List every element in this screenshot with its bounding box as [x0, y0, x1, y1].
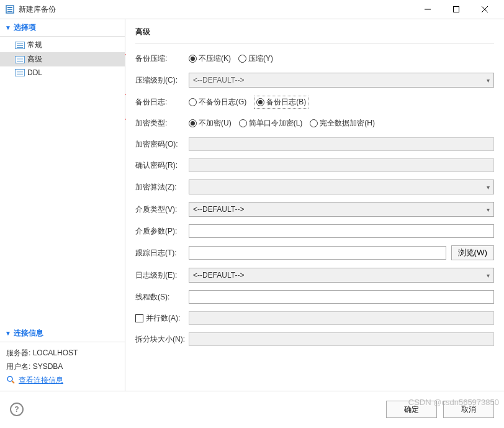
page-icon — [15, 42, 25, 49]
row-threads: 线程数(S): — [135, 290, 494, 304]
sidebar-section-connection[interactable]: ▼ 连接信息 — [0, 325, 125, 342]
user-row: 用户名: SYSDBA — [6, 360, 119, 373]
row-split-size: 拆分块大小(N): — [135, 332, 494, 346]
radio-full-encrypt[interactable]: 完全数据加密(H) — [310, 118, 375, 129]
label: 加密算法(Z): — [135, 182, 189, 193]
close-button[interactable] — [470, 0, 499, 19]
tree-item-label: 高级 — [27, 54, 42, 65]
main-panel: 高级 备份压缩: 不压缩(K) 压缩(Y) 压缩级别(C): <--DEFAUL… — [125, 19, 504, 391]
radio-icon — [239, 119, 247, 127]
main-container: ▼ 选择项 常规 高级 DDL ▼ 连接信息 服务器: LOCALHOST 用户… — [0, 19, 504, 391]
svg-rect-2 — [7, 9, 12, 10]
select-log-level[interactable]: <--DEFAULT-->▾ — [189, 268, 494, 283]
row-backup-log: 备份日志: 不备份日志(G) 备份日志(B) — [135, 95, 494, 109]
label: 加密类型: — [135, 118, 189, 129]
connection-info: 服务器: LOCALHOST 用户名: SYSDBA 查看连接信息 — [0, 342, 125, 391]
minimize-button[interactable] — [413, 0, 442, 19]
radio-simple-encrypt[interactable]: 简单口令加密(L) — [239, 118, 303, 129]
page-icon — [15, 69, 25, 76]
svg-rect-1 — [7, 7, 12, 8]
row-log-level: 日志级别(E): <--DEFAULT-->▾ — [135, 268, 494, 283]
label: 日志级别(E): — [135, 270, 189, 281]
label: 并行数(A): — [135, 313, 189, 324]
tree-item-general[interactable]: 常规 — [0, 38, 125, 52]
row-media-params: 介质参数(P): — [135, 224, 494, 238]
svg-rect-5 — [454, 7, 459, 12]
radio-icon — [310, 119, 318, 127]
tree-item-label: 常规 — [27, 40, 42, 50]
row-backup-compress: 备份压缩: 不压缩(K) 压缩(Y) — [135, 52, 494, 65]
magnifier-icon — [6, 375, 16, 385]
radio-group-encrypt-type: 不加密(U) 简单口令加密(L) 完全数据加密(H) — [189, 118, 375, 129]
section-title: 选择项 — [14, 22, 36, 33]
window-title: 新建库备份 — [19, 4, 413, 15]
label: 确认密码(R): — [135, 160, 189, 171]
collapse-icon: ▼ — [5, 24, 11, 31]
row-confirm-pwd: 确认密码(R): — [135, 158, 494, 172]
help-button[interactable]: ? — [10, 403, 24, 416]
annotation-arrow-icon — [125, 48, 132, 85]
option-tree: 常规 高级 DDL — [0, 37, 125, 80]
select-media-type[interactable]: <--DEFAULT-->▾ — [189, 202, 494, 217]
chevron-down-icon: ▾ — [487, 206, 490, 213]
view-connection-link[interactable]: 查看连接信息 — [6, 373, 119, 387]
checkbox-parallel[interactable] — [135, 314, 143, 322]
annotation-arrow-icon — [125, 88, 132, 125]
row-encrypt-type: 加密类型: 不加密(U) 简单口令加密(L) 完全数据加密(H) — [135, 116, 494, 130]
input-encrypt-pwd[interactable] — [189, 137, 494, 151]
link-text: 查看连接信息 — [19, 373, 63, 387]
row-media-type: 介质类型(V): <--DEFAULT-->▾ — [135, 202, 494, 217]
label: 备份压缩: — [135, 53, 189, 64]
collapse-icon: ▼ — [5, 330, 11, 337]
radio-compress[interactable]: 压缩(Y) — [238, 53, 273, 64]
ok-button[interactable]: 确定 — [386, 401, 437, 418]
footer: ? 确定 取消 — [0, 391, 504, 427]
input-trace-log[interactable] — [189, 246, 446, 260]
input-split-size[interactable] — [189, 332, 494, 346]
radio-icon — [189, 98, 197, 106]
app-icon — [5, 4, 15, 14]
label: 拆分块大小(N): — [135, 334, 189, 345]
page-icon — [15, 56, 25, 63]
titlebar: 新建库备份 — [0, 0, 504, 19]
svg-line-9 — [12, 381, 14, 383]
tree-item-advanced[interactable]: 高级 — [0, 52, 125, 66]
input-parallel[interactable] — [189, 311, 494, 325]
radio-group-backup-log: 不备份日志(G) 备份日志(B) — [189, 96, 308, 109]
label: 跟踪日志(T): — [135, 248, 189, 258]
chevron-down-icon: ▾ — [487, 77, 490, 84]
input-threads[interactable] — [189, 290, 494, 304]
tree-item-label: DDL — [27, 68, 42, 77]
input-confirm-pwd[interactable] — [189, 158, 494, 172]
label: 介质参数(P): — [135, 226, 189, 237]
maximize-button[interactable] — [442, 0, 470, 19]
radio-backup-log[interactable]: 备份日志(B) — [254, 96, 308, 109]
sidebar-section-options[interactable]: ▼ 选择项 — [0, 19, 125, 37]
cancel-button[interactable]: 取消 — [443, 401, 494, 418]
panel-title: 高级 — [135, 25, 494, 44]
row-trace-log: 跟踪日志(T): 浏览(W) — [135, 245, 494, 260]
radio-icon — [256, 98, 264, 106]
row-parallel: 并行数(A): — [135, 311, 494, 325]
radio-no-backup-log[interactable]: 不备份日志(G) — [189, 97, 246, 107]
label: 加密密码(O): — [135, 139, 189, 150]
radio-icon — [189, 119, 197, 127]
row-compress-level: 压缩级别(C): <--DEFAULT-->▾ — [135, 73, 494, 88]
label: 压缩级别(C): — [135, 75, 189, 86]
radio-no-compress[interactable]: 不压缩(K) — [189, 53, 231, 64]
select-encrypt-algo[interactable]: ▾ — [189, 180, 494, 194]
svg-point-8 — [7, 376, 12, 381]
row-encrypt-pwd: 加密密码(O): — [135, 137, 494, 151]
chevron-down-icon: ▾ — [487, 272, 490, 279]
select-compress-level[interactable]: <--DEFAULT-->▾ — [189, 73, 494, 88]
chevron-down-icon: ▾ — [487, 184, 490, 191]
label: 介质类型(V): — [135, 204, 189, 215]
row-encrypt-algo: 加密算法(Z): ▾ — [135, 180, 494, 194]
tree-item-ddl[interactable]: DDL — [0, 66, 125, 79]
input-media-params[interactable] — [189, 224, 494, 238]
label: 线程数(S): — [135, 292, 189, 303]
radio-no-encrypt[interactable]: 不加密(U) — [189, 118, 232, 129]
browse-button[interactable]: 浏览(W) — [451, 245, 494, 260]
section-title: 连接信息 — [14, 328, 43, 339]
window-controls — [413, 0, 499, 19]
